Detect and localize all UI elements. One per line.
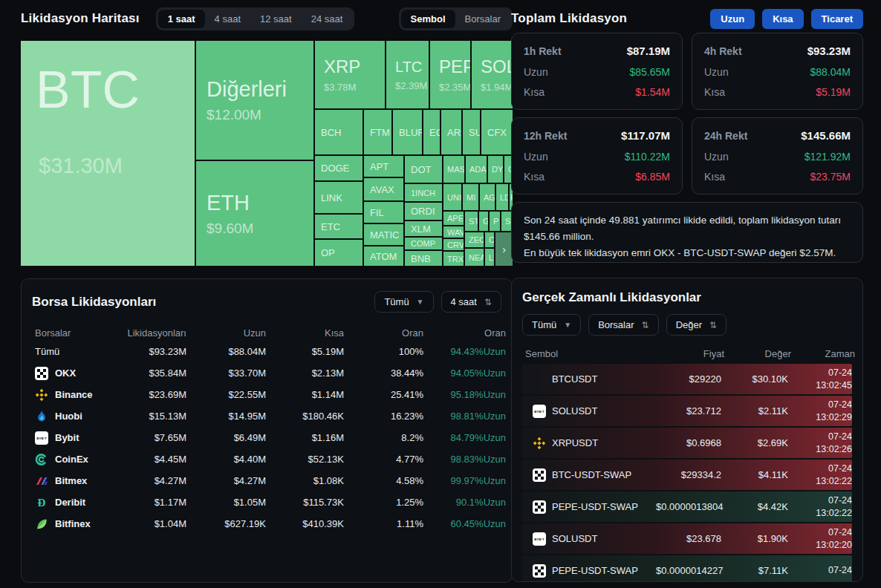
realtime-row-solusdt-2[interactable]: BYB!TSOLUSDT $23.678 $1.90K 07-2413:02:2… (522, 523, 852, 554)
treemap-tile-waves[interactable]: WAVES (443, 226, 464, 238)
treemap-tile-comp[interactable]: COMP (405, 238, 442, 249)
table-row-huobi[interactable]: Huobi $15.13M $14.95M $180.46K 16.23% 98… (32, 405, 501, 427)
treemap-tile-trx[interactable]: TRX (443, 252, 464, 266)
uzun-button[interactable]: Uzun (710, 9, 755, 29)
table-row-bitmex[interactable]: Bitmex $4.27M $4.27M $1.08K 4.58% 99.97%… (32, 470, 501, 491)
treemap-tile-atom[interactable]: ATOM (364, 246, 403, 266)
summary-line-1: Son 24 saat içinde 49.881 yatırımcı liki… (524, 212, 851, 245)
treemap-tile-ada[interactable]: ADA (466, 156, 487, 183)
treemap-tile-digerleri[interactable]: Diğerleri$12.00M (196, 41, 313, 160)
okx-icon (35, 367, 48, 380)
treemap-tile-crv[interactable]: CRV (443, 239, 464, 250)
treemap-tile-btc[interactable]: BTC $31.30M (21, 41, 195, 266)
treemap-tile-1inch[interactable]: 1INCH (405, 184, 442, 201)
treemap-tile-sol[interactable]: SOL$1.94M (472, 41, 513, 108)
treemap-tile-apt[interactable]: APT (364, 156, 403, 177)
treemap-tile-p[interactable]: P (490, 212, 500, 231)
treemap-tile-xlm[interactable]: XLM (405, 221, 442, 236)
mode-tabs: Sembol Borsalar (399, 7, 513, 30)
treemap-tile-s[interactable]: S (501, 212, 511, 231)
realtime-row-pepe-usdt-swap-1[interactable]: PEPE-USDT-SWAP $0.0000013804 $4.42K 07-2… (522, 491, 852, 522)
okx-icon (533, 500, 546, 514)
exchange-filter-dropdown[interactable]: Tümü ▼ (374, 291, 433, 313)
table-row-coinex[interactable]: CoinEx $4.45M $4.40M $52.13K 4.77% 98.83… (32, 448, 501, 470)
treemap-tile-bnb[interactable]: BNB (405, 251, 442, 266)
treemap-tile-g[interactable]: G (479, 212, 488, 231)
treemap-tile-mi[interactable]: MI (463, 184, 478, 210)
tab-sembol[interactable]: Sembol (401, 10, 455, 28)
okx-icon (533, 564, 546, 578)
realtime-row-xrpusdt[interactable]: XRPUSDT $0.6968 $2.69K 07-2413:02:26 (522, 428, 852, 458)
realtime-panel-title: Gerçek Zamanlı Likidasyonlar (522, 290, 852, 305)
map-header: Likidasyon Haritası 1 saat 4 saat 12 saa… (21, 0, 513, 33)
treemap-tile-fil[interactable]: FIL (364, 202, 403, 223)
ticaret-button[interactable]: Ticaret (811, 9, 863, 29)
table-row-binance[interactable]: Binance $23.69M $22.55M $1.14M 25.41% 95… (32, 384, 501, 405)
exchange-period-dropdown[interactable]: 4 saat ⇅ (441, 291, 501, 313)
realtime-filter-all-dropdown[interactable]: Tümü ▼ (522, 314, 581, 336)
tab-4-saat[interactable]: 4 saat (205, 10, 250, 28)
realtime-row-btcusdt[interactable]: BTCUSDT $29220 $30.10K 07-2413:02:45 (522, 364, 852, 394)
svg-text:BYB!T: BYB!T (534, 538, 544, 541)
treemap-tile-op[interactable]: OP (315, 240, 363, 266)
treemap-tile-ltc[interactable]: LTC$2.39M (386, 41, 429, 108)
treemap-tile-cfx[interactable]: CFX (481, 110, 513, 154)
treemap-tile-eos[interactable]: EOS (423, 110, 440, 154)
svg-text:Ð: Ð (38, 497, 46, 509)
treemap-tile-ftm[interactable]: FTM (364, 110, 391, 154)
treemap-tile-dydx[interactable]: DYDX (488, 156, 503, 183)
treemap-tile-ape[interactable]: APE (443, 212, 464, 225)
treemap-expand-button[interactable]: › (495, 232, 513, 266)
treemap-tile-doge[interactable]: DOGE (315, 156, 363, 180)
realtime-row-pepe-usdt-swap-2[interactable]: PEPE-USDT-SWAP $0.0000014227 $7.11K 07-2… (522, 555, 852, 582)
treemap-tile-bch[interactable]: BCH (315, 110, 363, 154)
realtime-filter-value-dropdown[interactable]: Değer ⇅ (666, 314, 726, 336)
bitmex-icon (35, 474, 48, 488)
treemap-tile-ordi[interactable]: ORDI (405, 203, 442, 220)
treemap-tile-dot[interactable]: DOT (405, 156, 442, 183)
liquidation-dashboard: Likidasyon Haritası 1 saat 4 saat 12 saa… (0, 0, 881, 588)
treemap-tile-uni[interactable]: UNI (443, 184, 461, 210)
deribit-icon: Ð (35, 496, 48, 509)
table-row-bitfinex[interactable]: Bitfinex $1.04M $627.19K $410.39K 1.11% … (32, 513, 501, 535)
treemap-tile-arb[interactable]: ARB (441, 110, 461, 154)
treemap-tile-xrp[interactable]: XRP$3.78M (315, 41, 385, 108)
treemap-tile-zec[interactable]: ZEC (465, 232, 484, 247)
table-row-tumu[interactable]: Tümü $93.23M $88.04M $5.19M 100% 94.43%U… (32, 341, 501, 362)
treemap-tile-mask[interactable]: MASK (443, 156, 464, 183)
treemap-tile-lun[interactable]: LUN (485, 249, 494, 266)
kisa-button[interactable]: Kısa (762, 9, 803, 29)
realtime-row-solusdt-1[interactable]: BYB!TSOLUSDT $23.712 $2.11K 07-2413:02:2… (522, 396, 852, 426)
total-liquidation-title: Toplam Likidasyon (511, 11, 627, 26)
svg-text:BYB!T: BYB!T (36, 437, 47, 440)
card-4h-rekt: 4h Rekt$93.23M Uzun$88.04M Kısa$5.19M (692, 33, 863, 110)
treemap-tile-avax[interactable]: AVAX (364, 178, 403, 200)
table-row-deribit[interactable]: Ð Deribit $1.17M $1.05M $115.73K 1.25% 9… (32, 491, 501, 513)
card-1h-rekt: 1h Rekt$87.19M Uzun$85.65M Kısa$1.54M (511, 33, 683, 110)
treemap-tile-sui[interactable]: SUI (463, 110, 480, 154)
treemap-tile-etc[interactable]: ETC (315, 215, 363, 238)
sort-icon: ⇅ (709, 320, 717, 330)
tab-1-saat[interactable]: 1 saat (158, 10, 205, 28)
realtime-row-btc-usdt-swap[interactable]: BTC-USDT-SWAP $29334.2 $4.11K 07-2413:02… (522, 460, 852, 490)
table-row-bybit[interactable]: BYB!T Bybit $7.65M $6.49M $1.16M 8.2% 84… (32, 427, 501, 448)
treemap-tile-st[interactable]: ST (465, 212, 478, 231)
tab-borsalar[interactable]: Borsalar (455, 10, 510, 28)
treemap-tile-eth[interactable]: ETH$9.60M (196, 161, 313, 266)
treemap-tile-link[interactable]: LINK (315, 182, 363, 213)
treemap-tile-nea[interactable]: NEA (465, 249, 484, 266)
treemap-tile-ag[interactable]: AG (480, 184, 495, 210)
tab-12-saat[interactable]: 12 saat (250, 10, 302, 28)
treemap-tile-ld[interactable]: LD (496, 184, 508, 210)
treemap-tile-cor[interactable]: COR (485, 232, 494, 247)
treemap-tile-blur[interactable]: BLUR (393, 110, 422, 154)
total-liquidation-header: Toplam Likidasyon Uzun Kısa Ticaret (511, 0, 863, 33)
table-row-okx[interactable]: OKX $35.84M $33.70M $2.13M 38.44% 94.05%… (32, 362, 501, 384)
chevron-down-icon: ▼ (417, 298, 424, 306)
bybit-icon: BYB!T (533, 532, 546, 546)
treemap-tile-matic[interactable]: MATIC (364, 224, 403, 245)
tab-24-saat[interactable]: 24 saat (302, 10, 353, 28)
treemap-tile-pepe[interactable]: PEPE$2.35M (430, 41, 470, 108)
bybit-icon: BYB!T (35, 431, 48, 445)
realtime-filter-exchange-dropdown[interactable]: Borsalar ⇅ (588, 314, 658, 336)
